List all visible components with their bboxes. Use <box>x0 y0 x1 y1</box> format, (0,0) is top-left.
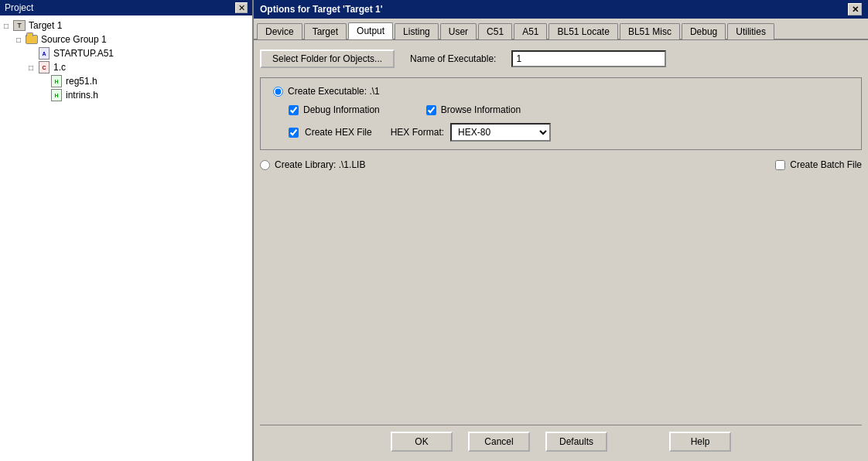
debug-info-label: Debug Information <box>303 104 380 115</box>
top-row: Select Folder for Objects... Name of Exe… <box>260 46 862 71</box>
tab-output[interactable]: Output <box>348 22 393 39</box>
tree-item-1c[interactable]: □ C 1.c <box>0 60 252 74</box>
ok-button[interactable]: OK <box>391 432 453 452</box>
header-file-icon-intrins: H <box>50 89 63 101</box>
info-checkboxes-row: Debug Information Browse Information <box>273 104 849 115</box>
tab-utilities[interactable]: Utilities <box>727 23 774 39</box>
toggle-intrins <box>37 91 50 100</box>
browse-info-row: Browse Information <box>411 104 521 115</box>
library-row: Create Library: .\1.LIB Create Batch Fil… <box>260 156 862 173</box>
dialog-title: Options for Target 'Target 1' <box>260 4 383 15</box>
toggle-startup <box>25 50 37 58</box>
project-panel: Project ✕ □ T Target 1 □ Source Group 1 … <box>0 0 254 461</box>
output-content: Select Folder for Objects... Name of Exe… <box>260 46 862 236</box>
debug-info-checkbox[interactable] <box>289 105 299 115</box>
tree-item-target1[interactable]: □ T Target 1 <box>0 19 252 32</box>
project-close-button[interactable]: ✕ <box>235 2 248 13</box>
tab-c51[interactable]: C51 <box>478 23 512 39</box>
dialog-titlebar: Options for Target 'Target 1' ✕ <box>254 0 868 19</box>
tab-a51[interactable]: A51 <box>514 23 547 39</box>
help-button[interactable]: Help <box>669 432 731 452</box>
c-file-icon: C <box>37 61 51 73</box>
select-folder-button[interactable]: Select Folder for Objects... <box>260 50 395 68</box>
create-executable-row: Create Executable: .\1 <box>273 86 849 97</box>
create-executable-label: Create Executable: .\1 <box>288 86 380 97</box>
defaults-button[interactable]: Defaults <box>545 432 607 452</box>
tab-listing[interactable]: Listing <box>395 23 439 39</box>
create-hex-label: Create HEX File <box>305 127 372 138</box>
project-tree: □ T Target 1 □ Source Group 1 A STARTUP.… <box>0 15 252 461</box>
name-executable-label: Name of Executable: <box>410 53 496 64</box>
tree-label-intrins: intrins.h <box>66 90 98 101</box>
tab-bl51-locate[interactable]: BL51 Locate <box>548 23 617 39</box>
bottom-buttons: OK Cancel Defaults Help <box>260 425 862 455</box>
create-batch-checkbox[interactable] <box>775 160 785 170</box>
create-hex-checkbox[interactable] <box>289 128 299 138</box>
hex-row: Create HEX File HEX Format: HEX-80 HEX-3… <box>273 123 849 142</box>
toggle-target1[interactable]: □ <box>0 22 12 30</box>
tab-device[interactable]: Device <box>257 23 302 39</box>
tree-item-source-group[interactable]: □ Source Group 1 <box>0 32 252 46</box>
tab-target[interactable]: Target <box>304 23 347 39</box>
create-batch-row: Create Batch File <box>760 159 862 170</box>
tree-label-reg51h: reg51.h <box>66 76 97 87</box>
tab-bl51-misc[interactable]: BL51 Misc <box>620 23 680 39</box>
asm-file-icon: A <box>37 47 51 60</box>
debug-info-row: Debug Information <box>273 104 380 115</box>
tree-item-intrins[interactable]: H intrins.h <box>0 88 252 102</box>
tree-label-startup: STARTUP.A51 <box>53 48 114 59</box>
tab-debug[interactable]: Debug <box>682 23 726 39</box>
options-dialog: Options for Target 'Target 1' ✕ Device T… <box>254 0 868 461</box>
create-library-label: Create Library: .\1.LIB <box>275 159 365 170</box>
tree-label-source-group: Source Group 1 <box>41 34 107 45</box>
folder-icon <box>25 33 39 46</box>
create-batch-label: Create Batch File <box>790 159 862 170</box>
dialog-body: Select Folder for Objects... Name of Exe… <box>254 40 868 461</box>
toggle-1c[interactable]: □ <box>25 63 37 72</box>
options-box: Create Executable: .\1 Debug Information… <box>260 77 862 150</box>
tree-label-target1: Target 1 <box>29 20 62 31</box>
create-library-row: Create Library: .\1.LIB <box>260 159 365 170</box>
create-executable-radio[interactable] <box>273 87 283 97</box>
browse-info-checkbox[interactable] <box>426 105 436 115</box>
project-title: Project <box>5 2 33 13</box>
tab-user[interactable]: User <box>440 23 477 39</box>
project-panel-header: Project ✕ <box>0 0 252 15</box>
toggle-reg51h <box>37 77 50 86</box>
browse-info-label: Browse Information <box>441 104 521 115</box>
tabs-bar: Device Target Output Listing User C51 A5… <box>254 19 868 40</box>
tree-label-1c: 1.c <box>53 62 66 73</box>
hex-format-select[interactable]: HEX-80 HEX-386 HEX-86 <box>450 123 551 142</box>
tree-item-reg51h[interactable]: H reg51.h <box>0 74 252 88</box>
hex-format-label: HEX Format: <box>391 127 444 138</box>
dialog-close-button[interactable]: ✕ <box>848 3 862 15</box>
toggle-source-group[interactable]: □ <box>12 36 25 44</box>
name-executable-input[interactable] <box>511 50 666 67</box>
target-icon: T <box>12 19 26 32</box>
tree-item-startup[interactable]: A STARTUP.A51 <box>0 46 252 60</box>
cancel-button[interactable]: Cancel <box>468 432 530 452</box>
header-file-icon-reg51: H <box>50 75 63 87</box>
create-library-radio[interactable] <box>260 160 270 170</box>
